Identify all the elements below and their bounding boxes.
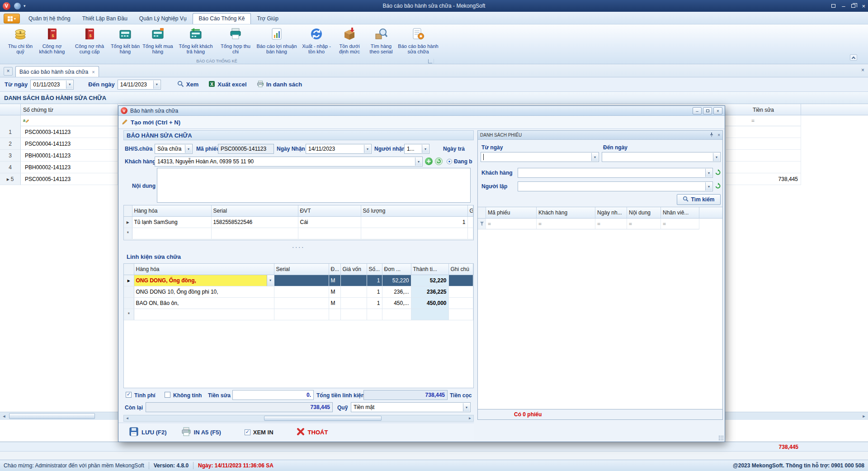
preview-checkbox[interactable] <box>245 429 250 435</box>
status-radio[interactable] <box>447 159 452 164</box>
content-textarea[interactable] <box>157 168 471 203</box>
panel-from-date-input[interactable]: ▾ <box>481 152 599 162</box>
ribbon-item-tim-hang-theo-serial[interactable]: Tìm hàng theo serial <box>366 26 396 59</box>
dialog-horizontal-scrollbar[interactable]: ◄ ► <box>123 415 474 422</box>
ribbon-item-bao-cao-bao-hanh-sua-chua[interactable]: Báo cáo bảo hành sửa chữa <box>398 26 439 59</box>
add-customer-button[interactable] <box>425 157 433 165</box>
receiver-combo[interactable]: 1...▾ <box>404 144 429 154</box>
panel-close-icon[interactable]: × <box>717 133 720 138</box>
column-header[interactable]: Serial <box>274 264 329 275</box>
scrollbar-thumb[interactable] <box>9 413 95 419</box>
repair-fee-input[interactable]: 0. <box>232 390 314 400</box>
ribbon-item-tong-ket-mua-hang[interactable]: Tổng kết mua hàng <box>142 26 174 59</box>
code-field[interactable]: PSC00005-141123 <box>218 144 274 154</box>
ribbon-item-tong-ket-ban-hang[interactable]: Tổng kết bán hàng <box>110 26 140 59</box>
column-header[interactable]: ĐVT <box>298 205 361 216</box>
chevron-down-icon[interactable]: ▾ <box>705 169 712 177</box>
column-header[interactable]: Hàng hóa <box>132 205 211 216</box>
menu-tab-thiet-lap-ban-dau[interactable]: Thiết Lập Ban Đầu <box>76 14 133 24</box>
to-date-input[interactable]: 14/11/2023 ▾ <box>118 80 161 90</box>
splitter-handle[interactable]: ···· <box>123 244 474 251</box>
chevron-down-icon[interactable]: ▾ <box>422 145 429 153</box>
type-combo[interactable]: Sửa chữa▾ <box>155 144 193 154</box>
part-name-editor[interactable]: ONG DONG, Ống đồng,▾ <box>134 275 274 286</box>
column-header[interactable]: Mã phiếu <box>486 207 537 219</box>
menu-tab-bao-cao-thong-ke[interactable]: Báo Cáo Thống Kê <box>193 13 251 24</box>
customer-combo[interactable]: 14313, Nguyễn Hoàn An, 0939 55 11 90▾ <box>155 157 423 167</box>
chevron-down-icon[interactable]: ▾ <box>713 153 720 161</box>
export-excel-button[interactable]: X Xuất excel <box>205 81 250 89</box>
column-header-tien-sua[interactable]: Tiền sửa <box>726 104 801 115</box>
filter-cell[interactable]: = <box>595 219 627 229</box>
document-tab[interactable]: Báo cáo bảo hành sửa chữa × <box>15 66 99 77</box>
ribbon-item-bao-cao-loi-nhuan-ban-hang[interactable]: Báo cáo lợi nhuận bán hàng <box>255 26 298 59</box>
column-header-so-chung-tu[interactable]: Số chứng từ <box>21 104 118 115</box>
group-dialog-launcher-icon[interactable] <box>428 59 432 63</box>
scrollbar-thumb[interactable] <box>264 416 382 421</box>
chevron-down-icon[interactable]: ▾ <box>66 81 73 89</box>
filter-cell[interactable]: = <box>627 219 661 229</box>
chevron-down-icon[interactable]: ▾ <box>153 81 160 89</box>
amount-filter-cell[interactable]: = <box>726 115 801 126</box>
scroll-right-icon[interactable]: ► <box>467 415 473 421</box>
column-header[interactable]: Hàng hóa <box>134 264 274 275</box>
fund-combo[interactable]: Tiền mặt▾ <box>351 402 471 412</box>
scroll-left-icon[interactable]: ◄ <box>0 412 8 420</box>
panel-to-date-input[interactable]: ▾ <box>602 152 721 162</box>
refresh-icon[interactable] <box>715 169 721 177</box>
no-fee-checkbox[interactable] <box>165 392 170 398</box>
fee-checkbox[interactable] <box>126 392 132 398</box>
parts-row[interactable]: BAO ON, Bảo ôn, M 1 450,... 450,000 <box>124 297 473 309</box>
minimize-icon[interactable]: – <box>842 3 845 9</box>
dialog-title-bar[interactable]: V Bảo hành sửa chữa – × <box>118 106 725 116</box>
refresh-icon[interactable] <box>715 183 721 190</box>
ribbon-item-cong-no-nha-cung-cap[interactable]: $ Công nợ nhà cung cấp <box>71 26 108 59</box>
filter-cell[interactable]: = <box>537 219 595 229</box>
chevron-down-icon[interactable]: ▾ <box>463 403 470 411</box>
search-panel-header[interactable]: DANH SÁCH PHIẾU × <box>478 131 722 140</box>
column-header[interactable]: Đơn ... <box>382 264 411 275</box>
ribbon-item-xuat-nhap-ton-kho[interactable]: Xuất - nhập - tồn kho <box>300 26 333 59</box>
column-header[interactable]: Serial <box>211 205 298 216</box>
column-header[interactable]: Gi <box>467 205 473 216</box>
parts-row[interactable]: ONG DONG 10, Ống đồng phi 10, M 1 236,..… <box>124 286 473 297</box>
column-header[interactable]: Thành ti... <box>411 264 448 275</box>
filter-cell[interactable]: = <box>486 219 537 229</box>
refresh-customer-icon[interactable] <box>435 157 443 165</box>
search-button[interactable]: Tìm kiếm <box>677 194 721 205</box>
tab-bar-close-icon[interactable]: × <box>861 67 864 73</box>
panel-creator-combo[interactable]: ▾ <box>518 181 713 191</box>
dialog-resize-grip[interactable] <box>718 435 724 441</box>
close-icon[interactable]: × <box>862 3 865 9</box>
ribbon-item-thu-chi-ton-quy[interactable]: $ Thu chi tồn quỹ <box>6 26 34 59</box>
close-all-tabs-button[interactable]: × <box>4 67 13 76</box>
chevron-down-icon[interactable]: ▾ <box>415 157 422 166</box>
column-header[interactable]: Đ... <box>329 264 340 275</box>
column-header[interactable]: Nhân viê... <box>661 207 699 219</box>
print-a5-button[interactable]: IN A5 (F5) <box>176 426 226 439</box>
chevron-down-icon[interactable]: ▾ <box>185 145 192 153</box>
tab-close-icon[interactable]: × <box>92 69 94 75</box>
chevron-down-icon[interactable]: ▾ <box>364 145 371 153</box>
menu-tab-quan-ly-nghiep-vu[interactable]: Quản Lý Nghiệp Vụ <box>133 14 193 24</box>
view-button[interactable]: Xem <box>174 81 202 89</box>
app-menu-button[interactable]: ▾ <box>4 14 20 24</box>
parts-new-row[interactable]: * <box>124 309 473 320</box>
column-header[interactable]: Số lượng <box>361 205 467 216</box>
menu-tab-quan-tri-he-thong[interactable]: Quản trị hệ thống <box>23 14 76 24</box>
restore-icon[interactable] <box>851 4 855 8</box>
ribbon-item-tong-hop-thu-chi[interactable]: Tổng hợp thu chi <box>218 26 253 59</box>
save-button[interactable]: LƯU (F2) <box>124 426 172 439</box>
scroll-left-icon[interactable]: ◄ <box>124 415 131 421</box>
dialog-close-icon[interactable]: × <box>713 107 722 114</box>
preview-checkbox-group[interactable]: XEM IN <box>240 426 278 439</box>
column-header[interactable]: Số... <box>367 264 382 275</box>
scroll-right-icon[interactable]: ► <box>860 412 868 420</box>
new-record-button[interactable]: Tạo mới (Ctrl + N) <box>131 119 180 126</box>
ribbon-collapse-icon[interactable] <box>850 54 857 61</box>
exit-button[interactable]: THOÁT <box>291 426 333 439</box>
column-header[interactable]: Ngày nh... <box>595 207 627 219</box>
column-header[interactable]: Giá vốn <box>340 264 367 275</box>
column-header[interactable]: Ghi chú <box>448 264 473 275</box>
ribbon-item-tong-ket-khach-tra-hang[interactable]: Tổng kết khách trả hàng <box>175 26 216 59</box>
